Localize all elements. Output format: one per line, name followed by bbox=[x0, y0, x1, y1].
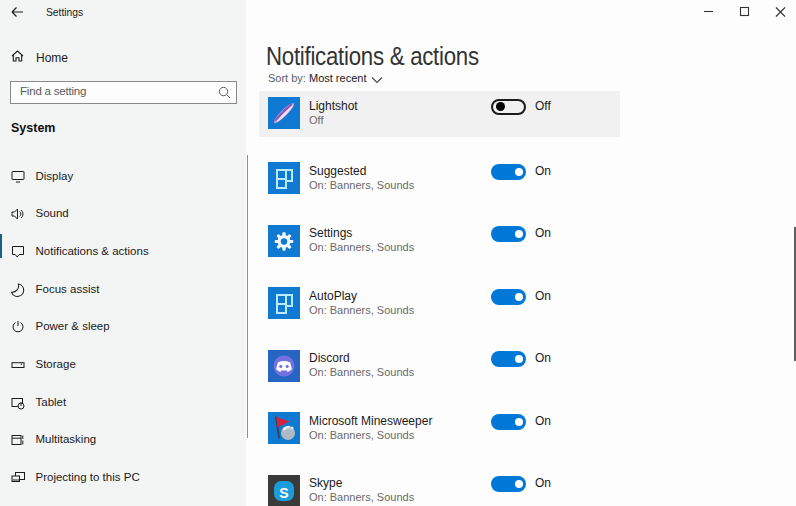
svg-text:S: S bbox=[279, 485, 288, 501]
